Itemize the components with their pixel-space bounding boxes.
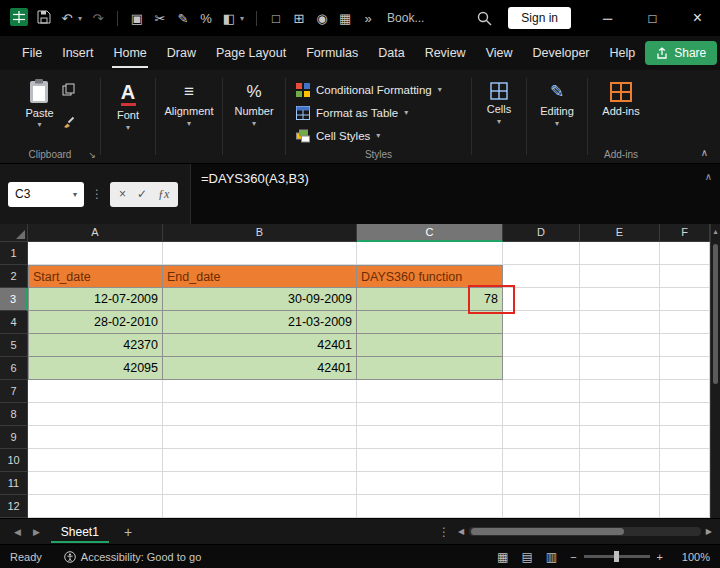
- cell-B5[interactable]: 42401: [163, 334, 357, 357]
- horizontal-scrollbar[interactable]: ◀ ▶: [458, 527, 720, 536]
- clipboard-dialog-launcher-icon[interactable]: ↘: [88, 150, 96, 160]
- row-header-8[interactable]: 8: [0, 403, 28, 426]
- tab-draw[interactable]: Draw: [157, 37, 206, 69]
- row-header-1[interactable]: 1: [0, 242, 28, 265]
- camera-icon[interactable]: ◉: [315, 12, 329, 25]
- zoom-percentage[interactable]: 100%: [676, 551, 710, 563]
- formula-bar-collapse-icon[interactable]: ∧: [705, 171, 712, 182]
- cell-A2[interactable]: Start_date: [28, 265, 163, 288]
- cell-B6[interactable]: 42401: [163, 357, 357, 380]
- sign-in-button[interactable]: Sign in: [508, 7, 571, 29]
- sheet-tab-sheet1[interactable]: Sheet1: [46, 519, 114, 544]
- cell-B3[interactable]: 30-09-2009: [163, 288, 357, 311]
- share-button[interactable]: Share: [645, 41, 717, 65]
- tab-developer[interactable]: Developer: [523, 37, 600, 69]
- overflow-icon[interactable]: »: [361, 12, 375, 25]
- sheet-nav-left-icon[interactable]: ◀: [8, 527, 27, 537]
- addins-group[interactable]: Add-ins Add-ins: [588, 70, 654, 163]
- new-file-icon[interactable]: □: [269, 12, 283, 25]
- cell-B12[interactable]: [163, 495, 357, 518]
- cell-E1[interactable]: [580, 242, 660, 265]
- cell-F11[interactable]: [660, 472, 710, 495]
- new-sheet-button[interactable]: +: [114, 524, 142, 540]
- tab-formulas[interactable]: Formulas: [296, 37, 368, 69]
- alignment-group-button[interactable]: ≡ Alignment ▾: [156, 70, 222, 163]
- cell-E2[interactable]: [580, 265, 660, 288]
- minimize-button[interactable]: ─: [585, 0, 630, 36]
- cell-A1[interactable]: [28, 242, 163, 265]
- tab-insert[interactable]: Insert: [52, 37, 103, 69]
- cell-F4[interactable]: [660, 311, 710, 334]
- page-break-view-icon[interactable]: ▥: [546, 550, 557, 564]
- cell-E6[interactable]: [580, 357, 660, 380]
- cell-E3[interactable]: [580, 288, 660, 311]
- cell-D10[interactable]: [503, 449, 580, 472]
- cell-F6[interactable]: [660, 357, 710, 380]
- cell-B11[interactable]: [163, 472, 357, 495]
- cell-A4[interactable]: 28-02-2010: [28, 311, 163, 334]
- column-header-D[interactable]: D: [503, 224, 580, 242]
- close-button[interactable]: ×: [675, 0, 720, 36]
- scroll-left-icon[interactable]: ◀: [458, 527, 464, 536]
- zoom-slider[interactable]: [584, 555, 650, 558]
- cell-B9[interactable]: [163, 426, 357, 449]
- cell-A11[interactable]: [28, 472, 163, 495]
- zoom-in-icon[interactable]: +: [657, 551, 663, 563]
- tab-file[interactable]: File: [12, 37, 52, 69]
- cell-F8[interactable]: [660, 403, 710, 426]
- name-box[interactable]: C3 ▾: [8, 182, 84, 207]
- tab-view[interactable]: View: [476, 37, 523, 69]
- cell-E4[interactable]: [580, 311, 660, 334]
- fill-color-icon[interactable]: ◧: [222, 12, 236, 25]
- cell-E12[interactable]: [580, 495, 660, 518]
- tab-help[interactable]: Help: [600, 37, 646, 69]
- column-header-C[interactable]: C: [357, 224, 503, 242]
- cell-C10[interactable]: [357, 449, 503, 472]
- row-header-4[interactable]: 4: [0, 311, 28, 334]
- cell-E9[interactable]: [580, 426, 660, 449]
- cell-C9[interactable]: [357, 426, 503, 449]
- format-painter-button[interactable]: [62, 114, 75, 132]
- normal-view-icon[interactable]: ▦: [497, 550, 508, 564]
- select-all-corner[interactable]: [0, 224, 28, 242]
- horizontal-scrollbar-thumb[interactable]: [471, 528, 624, 535]
- cell-F1[interactable]: [660, 242, 710, 265]
- cancel-icon[interactable]: ×: [119, 187, 126, 201]
- scroll-right-icon[interactable]: ▶: [706, 527, 712, 536]
- tab-page-layout[interactable]: Page Layout: [206, 37, 296, 69]
- column-header-B[interactable]: B: [163, 224, 357, 242]
- column-header-F[interactable]: F: [660, 224, 710, 242]
- cell-D7[interactable]: [503, 380, 580, 403]
- row-header-10[interactable]: 10: [0, 449, 28, 472]
- scroll-up-icon[interactable]: ▴: [711, 224, 720, 240]
- cell-B4[interactable]: 21-03-2009: [163, 311, 357, 334]
- maximize-button[interactable]: □: [630, 0, 675, 36]
- column-header-E[interactable]: E: [580, 224, 660, 242]
- redo-icon[interactable]: ↷: [91, 12, 105, 25]
- row-header-6[interactable]: 6: [0, 357, 28, 380]
- font-group-button[interactable]: A Font ▾: [101, 70, 155, 163]
- style-dropdown-icon[interactable]: ▾: [240, 14, 244, 23]
- cell-A5[interactable]: 42370: [28, 334, 163, 357]
- cell-D11[interactable]: [503, 472, 580, 495]
- cell-A10[interactable]: [28, 449, 163, 472]
- vertical-scrollbar-thumb[interactable]: [713, 244, 718, 384]
- cell-D1[interactable]: [503, 242, 580, 265]
- cell-B1[interactable]: [163, 242, 357, 265]
- cell-A7[interactable]: [28, 380, 163, 403]
- cell-C6[interactable]: [357, 357, 503, 380]
- tab-data[interactable]: Data: [368, 37, 414, 69]
- cell-F7[interactable]: [660, 380, 710, 403]
- cell-C11[interactable]: [357, 472, 503, 495]
- cell-D5[interactable]: [503, 334, 580, 357]
- accessibility-status[interactable]: Accessibility: Good to go: [64, 551, 201, 563]
- insert-function-icon[interactable]: ƒx: [158, 187, 169, 202]
- vertical-scrollbar[interactable]: ▴: [710, 224, 720, 518]
- formula-input[interactable]: =DAYS360(A3,B3) ∧: [190, 164, 720, 224]
- cell-F5[interactable]: [660, 334, 710, 357]
- row-header-9[interactable]: 9: [0, 426, 28, 449]
- cell-C7[interactable]: [357, 380, 503, 403]
- cell-F2[interactable]: [660, 265, 710, 288]
- save-icon[interactable]: [37, 10, 51, 26]
- cell-D6[interactable]: [503, 357, 580, 380]
